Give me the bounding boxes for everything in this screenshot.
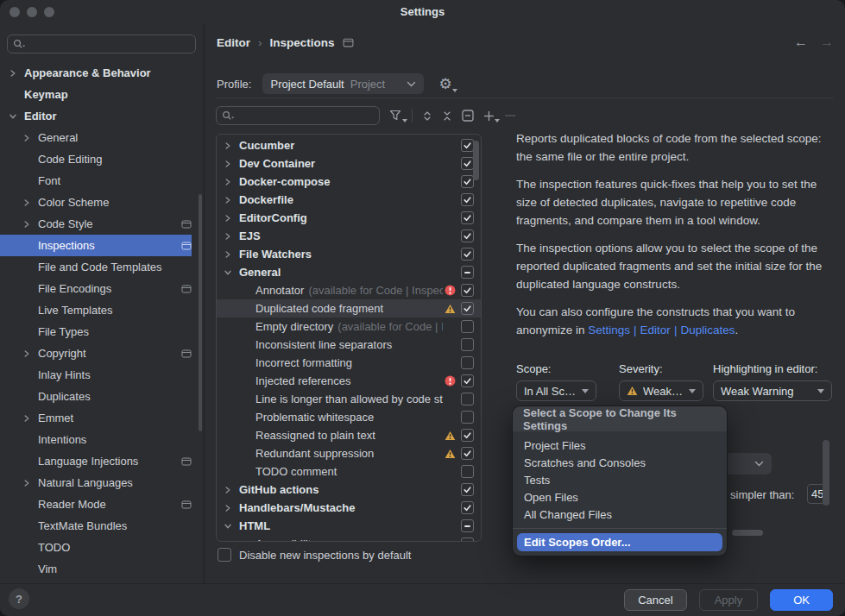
collapse-all-icon[interactable] xyxy=(442,110,452,122)
inspection-row[interactable]: Reassigned to plain text xyxy=(217,426,481,444)
gear-icon[interactable]: ⚙ xyxy=(438,77,451,91)
add-inspection-icon[interactable] xyxy=(483,110,495,122)
disable-inspection-icon[interactable] xyxy=(462,110,474,122)
ok-button[interactable]: OK xyxy=(770,589,833,611)
severity-dropdown[interactable]: Weak Warning xyxy=(619,380,703,401)
inspection-row[interactable]: Dockerfile xyxy=(217,191,481,209)
inspection-checkbox[interactable] xyxy=(461,248,474,261)
inspection-checkbox[interactable] xyxy=(461,447,474,460)
scope-popup-item[interactable]: All Changed Files xyxy=(513,506,727,523)
tree-scrollbar[interactable] xyxy=(473,141,479,180)
sidebar-item[interactable]: Keymap xyxy=(0,84,192,105)
sidebar-item[interactable]: Appearance & Behavior xyxy=(0,62,192,84)
inspection-checkbox[interactable] xyxy=(461,266,474,279)
sidebar-item[interactable]: Font xyxy=(0,170,192,192)
apply-button[interactable]: Apply xyxy=(699,589,759,611)
inspection-checkbox[interactable] xyxy=(461,284,474,297)
inspection-row[interactable]: Empty directory (available for Code | In… xyxy=(217,317,481,336)
edit-scopes-order-item[interactable]: Edit Scopes Order... xyxy=(517,533,722,551)
sidebar-item[interactable]: File Types xyxy=(0,321,192,343)
inspection-checkbox[interactable] xyxy=(461,519,474,532)
inspection-row[interactable]: Accessibility xyxy=(217,535,481,542)
expand-all-icon[interactable] xyxy=(422,110,432,122)
settings-link[interactable]: Settings xyxy=(588,324,630,336)
breadcrumb-inspections[interactable]: Inspections xyxy=(270,36,335,49)
inspection-row[interactable]: Annotator (available for Code | Inspect … xyxy=(217,281,481,299)
inspection-checkbox[interactable] xyxy=(461,338,474,351)
cancel-button[interactable]: Cancel xyxy=(624,589,686,611)
sidebar-search-field[interactable] xyxy=(7,35,196,53)
inspection-row[interactable]: GitHub actions xyxy=(217,481,481,499)
profile-dropdown[interactable]: Project Default Project xyxy=(262,73,424,94)
inspection-checkbox[interactable] xyxy=(461,229,474,242)
scope-popup-item[interactable]: Project Files xyxy=(513,437,727,454)
filter-icon[interactable] xyxy=(389,110,402,122)
scope-dropdown[interactable]: In All Scopes xyxy=(516,380,596,401)
forward-icon[interactable]: → xyxy=(820,35,834,50)
inspection-checkbox[interactable] xyxy=(461,193,474,206)
inspection-checkbox[interactable] xyxy=(461,374,474,387)
inspection-checkbox[interactable] xyxy=(461,211,474,224)
scope-popup-item[interactable]: Open Files xyxy=(513,488,727,506)
sidebar-item[interactable]: File Encodings xyxy=(0,278,192,299)
duplicates-link[interactable]: Duplicates xyxy=(680,324,735,336)
inspection-row[interactable]: HTML xyxy=(217,517,481,535)
inspection-checkbox[interactable] xyxy=(461,501,474,514)
inspection-row[interactable]: Problematic whitespace xyxy=(217,408,481,426)
sidebar-item[interactable]: File and Code Templates xyxy=(0,256,192,278)
sidebar-scrollbar[interactable] xyxy=(199,194,202,431)
sidebar-item[interactable]: Code Editing xyxy=(0,148,192,170)
sidebar-item[interactable]: TextMate Bundles xyxy=(0,515,192,537)
inspection-checkbox[interactable] xyxy=(461,139,474,152)
detail-scrollbar[interactable] xyxy=(823,440,829,506)
inspection-row[interactable]: Duplicated code fragment xyxy=(217,299,481,317)
sidebar-item[interactable]: Natural Languages xyxy=(0,472,192,493)
inspection-checkbox[interactable] xyxy=(461,429,474,442)
inspection-row[interactable]: EditorConfig xyxy=(217,209,481,227)
inspection-row[interactable]: Docker-compose xyxy=(217,173,481,191)
sidebar-item[interactable]: Copyright xyxy=(0,343,192,364)
sidebar-item[interactable]: Intentions xyxy=(0,429,192,450)
sidebar-item[interactable]: Inlay Hints xyxy=(0,364,192,386)
sidebar-item[interactable]: General xyxy=(0,127,192,148)
sidebar-item[interactable]: Vim xyxy=(0,558,192,580)
sidebar-item[interactable]: Inspections xyxy=(0,235,192,256)
inspection-checkbox[interactable] xyxy=(461,537,474,542)
inspection-row[interactable]: File Watchers xyxy=(217,245,481,263)
inspection-checkbox[interactable] xyxy=(461,157,474,170)
sidebar-search-input[interactable] xyxy=(29,38,190,51)
inspections-search-field[interactable] xyxy=(216,106,380,125)
sidebar-item[interactable]: Language Injections xyxy=(0,450,192,472)
inspection-row[interactable]: Cucumber xyxy=(217,136,481,154)
constructs-dropdown[interactable] xyxy=(725,453,772,475)
inspection-checkbox[interactable] xyxy=(461,465,474,478)
inspection-row[interactable]: Handlebars/Mustache xyxy=(217,499,481,517)
scope-popup-item[interactable]: Scratches and Consoles xyxy=(513,454,727,471)
back-icon[interactable]: ← xyxy=(794,35,808,50)
inspection-row[interactable]: Inconsistent line separators xyxy=(217,336,481,354)
inspection-checkbox[interactable] xyxy=(461,175,474,188)
help-icon[interactable]: ? xyxy=(9,588,29,609)
inspection-row[interactable]: Line is longer than allowed by code styl… xyxy=(217,390,481,408)
sidebar-item[interactable]: Duplicates xyxy=(0,386,192,407)
highlighting-dropdown[interactable]: Weak Warning xyxy=(713,380,832,401)
inspection-row[interactable]: Incorrect formatting xyxy=(217,354,481,372)
sidebar-item[interactable]: Editor xyxy=(0,105,192,127)
scope-popup-item[interactable]: Tests xyxy=(513,471,727,488)
inspection-row[interactable]: Injected references xyxy=(217,372,481,390)
inspection-row[interactable]: Redundant suppression xyxy=(217,444,481,462)
inspection-row[interactable]: TODO comment xyxy=(217,462,481,481)
sidebar-item[interactable]: Live Templates xyxy=(0,299,192,321)
sidebar-item[interactable]: Code Style xyxy=(0,213,192,235)
breadcrumb-editor[interactable]: Editor xyxy=(217,36,250,49)
inspection-row[interactable]: General xyxy=(217,263,481,281)
editor-link[interactable]: Editor xyxy=(640,324,671,336)
inspection-row[interactable]: Dev Container xyxy=(217,154,481,173)
inspection-checkbox[interactable] xyxy=(461,483,474,496)
inspection-row[interactable]: EJS xyxy=(217,227,481,245)
inspection-checkbox[interactable] xyxy=(461,302,474,315)
sidebar-item[interactable]: Color Scheme xyxy=(0,192,192,213)
inspections-search-input[interactable] xyxy=(238,110,374,123)
inspection-checkbox[interactable] xyxy=(461,411,474,424)
disable-new-inspections-checkbox[interactable] xyxy=(218,548,231,562)
